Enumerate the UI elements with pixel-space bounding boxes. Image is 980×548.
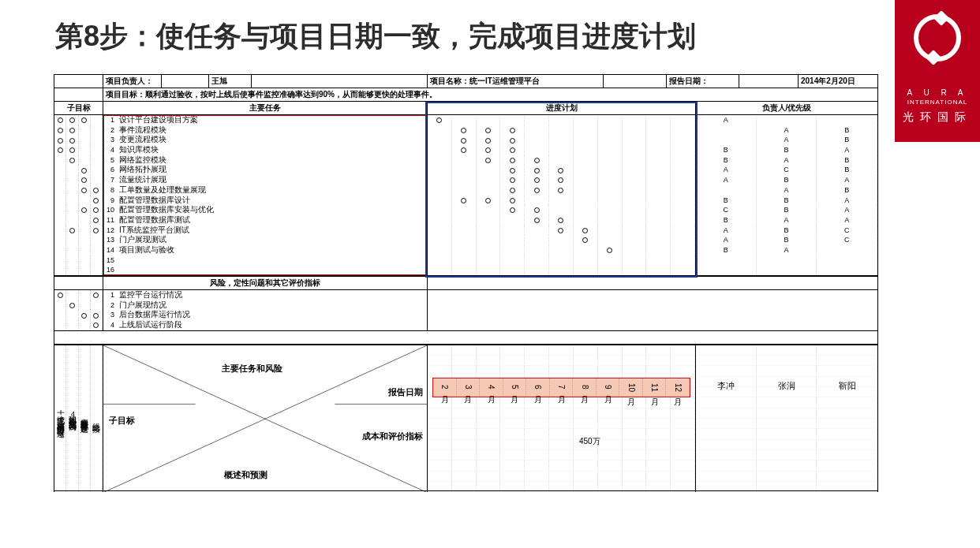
schedule-cell <box>623 245 647 255</box>
schedule-cell <box>671 185 695 196</box>
schedule-cell <box>574 255 598 266</box>
risk-subtarget-mark <box>91 320 103 330</box>
schedule-cell <box>671 196 695 206</box>
schedule-cell <box>428 205 452 215</box>
schedule-cell <box>623 226 647 236</box>
subtarget-mark <box>79 215 91 226</box>
report-date-label: 报告日期： <box>667 75 739 88</box>
schedule-cell <box>452 265 477 275</box>
resp-cell: C <box>696 205 757 215</box>
subtarget-mark <box>91 115 103 125</box>
schedule-cell <box>452 235 477 245</box>
schedule-cell <box>549 155 574 166</box>
resp-cell: A <box>757 125 817 136</box>
task-number: 6 <box>105 165 119 175</box>
resp-cell: A <box>757 245 817 255</box>
subtarget-mark <box>54 226 66 236</box>
schedule-cell <box>428 175 452 185</box>
schedule-cell <box>428 255 452 266</box>
schedule-cell <box>646 135 671 145</box>
month-cell: 8月 <box>573 378 597 397</box>
resp-cell: C <box>817 226 877 236</box>
subtarget-mark <box>79 205 91 215</box>
schedule-cell <box>428 165 452 175</box>
resp-cell: A <box>817 196 877 206</box>
schedule-cell <box>549 175 574 185</box>
month-row-highlight: 2月3月4月5月6月7月8月9月10月11月12月 <box>432 378 690 397</box>
subtarget-mark <box>54 196 66 206</box>
task-name: 设计平台建设项目方案 <box>119 115 427 125</box>
subtarget-mark <box>79 175 91 185</box>
schedule-cell <box>646 125 671 136</box>
subtarget-mark <box>91 185 103 196</box>
schedule-cell <box>477 145 501 155</box>
schedule-cell <box>525 175 549 185</box>
subtarget-mark <box>91 196 103 206</box>
schedule-cell <box>525 115 549 125</box>
schedule-cell <box>646 115 671 125</box>
resp-cell <box>757 115 817 125</box>
resp-cell: A <box>696 165 757 175</box>
schedule-cell <box>477 245 501 255</box>
subtarget-mark <box>54 185 66 196</box>
risk-row: 3后台数据库运行情况 <box>103 310 427 320</box>
schedule-cell <box>598 165 623 175</box>
resp-cell <box>817 245 877 255</box>
schedule-cell <box>549 265 574 275</box>
schedule-cell <box>477 226 501 236</box>
task-name: 事件流程模块 <box>119 125 427 136</box>
person-name: 靳阳 <box>839 380 856 392</box>
subtarget-mark <box>91 145 103 155</box>
schedule-cell <box>477 175 501 185</box>
schedule-cell <box>549 185 574 196</box>
schedule-cell <box>549 205 574 215</box>
resp-cell: B <box>757 175 817 185</box>
risk-header: 风险，定性问题和其它评价指标 <box>54 276 878 290</box>
schedule-cell <box>428 215 452 226</box>
schedule-cell <box>623 235 647 245</box>
schedule-cell <box>452 185 477 196</box>
resp-cell: B <box>696 196 757 206</box>
subtarget-mark <box>66 165 78 175</box>
subtarget-mark <box>79 255 91 266</box>
month-cell: 7月 <box>550 378 574 397</box>
schedule-cell <box>646 245 671 255</box>
schedule-cell <box>428 235 452 245</box>
risk-subtarget-mark <box>66 300 78 311</box>
schedule-cell <box>598 145 623 155</box>
schedule-cell <box>549 165 574 175</box>
schedule-cell <box>428 135 452 145</box>
logo-icon <box>914 14 961 62</box>
subtarget-mark <box>79 265 91 275</box>
schedule-cell <box>598 155 623 166</box>
schedule-cell <box>500 145 525 155</box>
task-number: 15 <box>105 255 119 266</box>
schedule-cell <box>598 125 623 136</box>
resp-cell: B <box>696 245 757 255</box>
task-row: 1设计平台建设项目方案 <box>103 115 427 125</box>
schedule-cell <box>646 145 671 155</box>
subtarget-mark <box>91 125 103 136</box>
logo-brand-en: A U R A <box>907 88 967 97</box>
resp-cell: B <box>817 165 877 175</box>
schedule-cell <box>671 255 695 266</box>
schedule-cell <box>623 135 647 145</box>
cost-value: 450万 <box>579 436 600 447</box>
subtarget-mark <box>54 205 66 215</box>
schedule-cell <box>623 155 647 166</box>
risk-row: 1监控平台运行情况 <box>103 290 427 300</box>
resp-cell: C <box>817 235 877 245</box>
subtarget-mark <box>79 226 91 236</box>
subtarget-mark <box>54 215 66 226</box>
bottom-schedule-cell: 2月3月4月5月6月7月8月9月10月11月12月 450万 <box>428 345 696 493</box>
resp-cell: B <box>757 235 817 245</box>
schedule-cell <box>500 115 525 125</box>
x-top-label: 主要任务和风险 <box>221 363 283 375</box>
subtarget-mark <box>54 265 66 275</box>
month-cell: 10月 <box>619 378 643 397</box>
schedule-cell <box>671 115 695 125</box>
risk-number: 1 <box>105 290 119 300</box>
schedule-cell <box>574 205 598 215</box>
month-cell: 5月 <box>503 378 527 397</box>
schedule-cell <box>574 245 598 255</box>
